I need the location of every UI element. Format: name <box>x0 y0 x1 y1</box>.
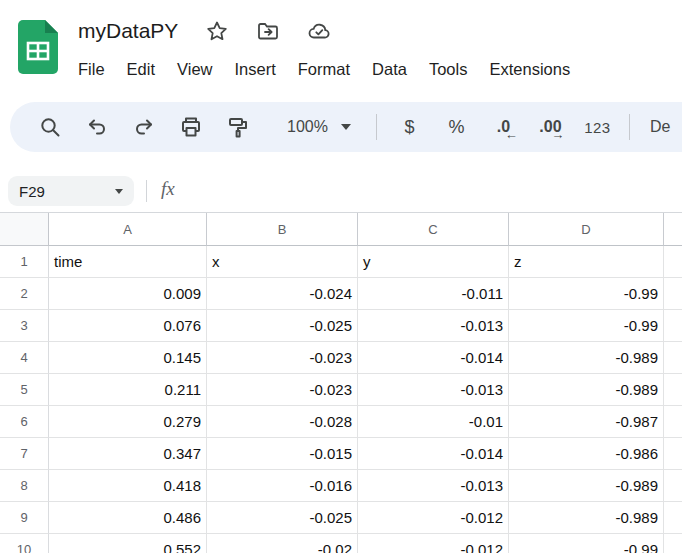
cell[interactable]: 0.347 <box>49 438 207 470</box>
cell[interactable]: -0.028 <box>207 406 358 438</box>
column-header-b[interactable]: B <box>207 213 358 246</box>
caret-down-icon <box>341 124 351 130</box>
cell[interactable]: -0.012 <box>358 534 509 553</box>
search-button[interactable] <box>26 107 73 147</box>
column-header-stub <box>664 213 682 246</box>
cell-stub[interactable] <box>664 310 682 342</box>
row-number[interactable]: 5 <box>0 374 49 406</box>
cell[interactable]: y <box>358 246 509 278</box>
row-number[interactable]: 3 <box>0 310 49 342</box>
cell[interactable]: x <box>207 246 358 278</box>
menu-file[interactable]: File <box>67 56 116 83</box>
cell[interactable]: 0.486 <box>49 502 207 534</box>
cloud-saved-icon[interactable] <box>307 19 331 43</box>
undo-button[interactable] <box>73 107 120 147</box>
cell[interactable]: -0.02 <box>207 534 358 553</box>
move-folder-icon[interactable] <box>256 19 280 43</box>
cell-stub[interactable] <box>664 246 682 278</box>
undo-icon <box>85 115 109 139</box>
sheets-logo-icon[interactable] <box>18 20 58 74</box>
cell[interactable]: -0.989 <box>509 502 664 534</box>
menu-view[interactable]: View <box>166 56 223 83</box>
increase-decimal-button[interactable]: .00 → <box>527 107 574 147</box>
row-number[interactable]: 2 <box>0 278 49 310</box>
cell[interactable]: -0.99 <box>509 534 664 553</box>
cell[interactable]: -0.013 <box>358 374 509 406</box>
cell-stub[interactable] <box>664 374 682 406</box>
formula-bar-divider <box>146 180 147 202</box>
select-all-corner[interactable] <box>0 213 49 246</box>
cell-stub[interactable] <box>664 438 682 470</box>
font-selector[interactable]: De <box>650 118 670 136</box>
cell[interactable]: -0.989 <box>509 470 664 502</box>
cell[interactable]: 0.552 <box>49 534 207 553</box>
spreadsheet-grid: ABCD 1timexyz20.009-0.024-0.011-0.9930.0… <box>0 212 682 553</box>
cell[interactable]: 0.211 <box>49 374 207 406</box>
cell-stub[interactable] <box>664 278 682 310</box>
cell-stub[interactable] <box>664 406 682 438</box>
format-currency-button[interactable]: $ <box>386 107 433 147</box>
cell[interactable]: 0.145 <box>49 342 207 374</box>
menu-edit[interactable]: Edit <box>116 56 166 83</box>
row-number[interactable]: 10 <box>0 534 49 553</box>
cell[interactable]: -0.025 <box>207 502 358 534</box>
column-header-c[interactable]: C <box>358 213 509 246</box>
cell[interactable]: -0.014 <box>358 438 509 470</box>
row-number[interactable]: 4 <box>0 342 49 374</box>
cell[interactable]: -0.989 <box>509 374 664 406</box>
row-number[interactable]: 7 <box>0 438 49 470</box>
cell[interactable]: 0.009 <box>49 278 207 310</box>
cell[interactable]: -0.016 <box>207 470 358 502</box>
menu-format[interactable]: Format <box>287 56 361 83</box>
row-number[interactable]: 6 <box>0 406 49 438</box>
cell[interactable]: -0.015 <box>207 438 358 470</box>
cell[interactable]: -0.023 <box>207 342 358 374</box>
star-icon[interactable] <box>205 19 229 43</box>
cell[interactable]: 0.279 <box>49 406 207 438</box>
cell[interactable]: -0.025 <box>207 310 358 342</box>
cell-stub[interactable] <box>664 470 682 502</box>
fx-icon[interactable]: fx <box>161 178 175 200</box>
menu-extensions[interactable]: Extensions <box>478 56 581 83</box>
cell-stub[interactable] <box>664 534 682 553</box>
cell[interactable]: time <box>49 246 207 278</box>
cell[interactable]: -0.012 <box>358 502 509 534</box>
cell[interactable]: 0.418 <box>49 470 207 502</box>
zoom-selector[interactable]: 100% <box>279 107 359 147</box>
decrease-decimal-button[interactable]: .0 ← <box>480 107 527 147</box>
cell[interactable]: -0.99 <box>509 278 664 310</box>
paint-format-button[interactable] <box>214 107 261 147</box>
cell[interactable]: z <box>509 246 664 278</box>
row-number[interactable]: 9 <box>0 502 49 534</box>
cell[interactable]: -0.024 <box>207 278 358 310</box>
row-number[interactable]: 8 <box>0 470 49 502</box>
cell[interactable]: -0.989 <box>509 342 664 374</box>
menu-insert[interactable]: Insert <box>224 56 287 83</box>
cell[interactable]: -0.023 <box>207 374 358 406</box>
cell[interactable]: -0.99 <box>509 310 664 342</box>
row-number[interactable]: 1 <box>0 246 49 278</box>
print-button[interactable] <box>167 107 214 147</box>
table-row: 100.552-0.02-0.012-0.99 <box>0 534 682 553</box>
cell-stub[interactable] <box>664 502 682 534</box>
cell[interactable]: 0.076 <box>49 310 207 342</box>
column-header-d[interactable]: D <box>509 213 664 246</box>
cell[interactable]: -0.011 <box>358 278 509 310</box>
name-box[interactable]: F29 <box>8 176 134 206</box>
paint-format-icon <box>226 115 250 139</box>
cell[interactable]: -0.014 <box>358 342 509 374</box>
menu-tools[interactable]: Tools <box>418 56 479 83</box>
number-format-button[interactable]: 123 <box>574 107 621 147</box>
redo-button[interactable] <box>120 107 167 147</box>
cell[interactable]: -0.013 <box>358 470 509 502</box>
cell-stub[interactable] <box>664 342 682 374</box>
menu-data[interactable]: Data <box>361 56 418 83</box>
cell[interactable]: -0.013 <box>358 310 509 342</box>
table-row: 1timexyz <box>0 246 682 278</box>
column-header-a[interactable]: A <box>49 213 207 246</box>
cell[interactable]: -0.01 <box>358 406 509 438</box>
cell[interactable]: -0.987 <box>509 406 664 438</box>
cell[interactable]: -0.986 <box>509 438 664 470</box>
document-title[interactable]: myDataPY <box>78 19 178 43</box>
format-percent-button[interactable]: % <box>433 107 480 147</box>
